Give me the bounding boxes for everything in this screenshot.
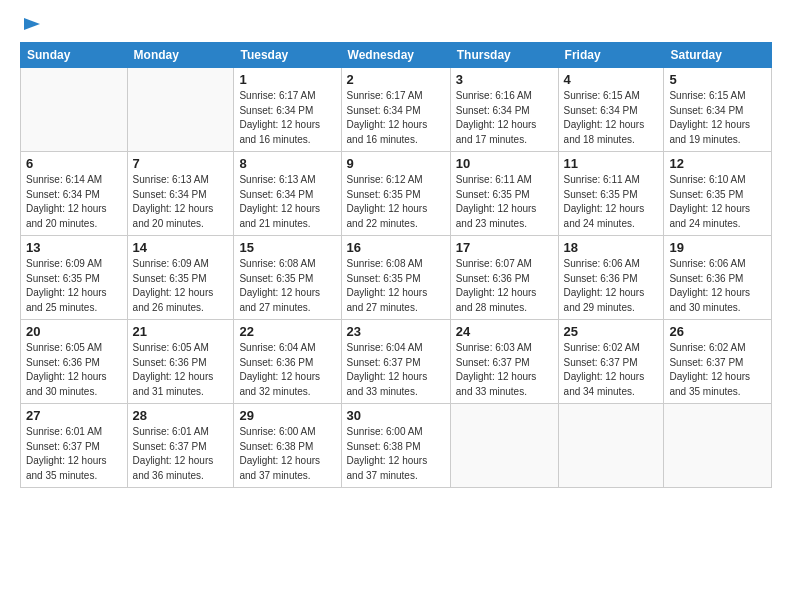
day-number: 19 xyxy=(669,240,766,255)
day-detail: Sunrise: 6:10 AMSunset: 6:35 PMDaylight:… xyxy=(669,173,766,231)
logo-flag-icon xyxy=(22,16,42,36)
calendar-cell: 26Sunrise: 6:02 AMSunset: 6:37 PMDayligh… xyxy=(664,320,772,404)
calendar-cell: 7Sunrise: 6:13 AMSunset: 6:34 PMDaylight… xyxy=(127,152,234,236)
day-detail: Sunrise: 6:01 AMSunset: 6:37 PMDaylight:… xyxy=(133,425,229,483)
day-detail: Sunrise: 6:02 AMSunset: 6:37 PMDaylight:… xyxy=(669,341,766,399)
calendar-cell: 9Sunrise: 6:12 AMSunset: 6:35 PMDaylight… xyxy=(341,152,450,236)
day-number: 4 xyxy=(564,72,659,87)
calendar-table: SundayMondayTuesdayWednesdayThursdayFrid… xyxy=(20,42,772,488)
calendar-cell: 22Sunrise: 6:04 AMSunset: 6:36 PMDayligh… xyxy=(234,320,341,404)
weekday-header-thursday: Thursday xyxy=(450,43,558,68)
day-number: 8 xyxy=(239,156,335,171)
calendar-cell: 14Sunrise: 6:09 AMSunset: 6:35 PMDayligh… xyxy=(127,236,234,320)
day-number: 29 xyxy=(239,408,335,423)
day-detail: Sunrise: 6:04 AMSunset: 6:36 PMDaylight:… xyxy=(239,341,335,399)
calendar-week-row: 6Sunrise: 6:14 AMSunset: 6:34 PMDaylight… xyxy=(21,152,772,236)
day-number: 25 xyxy=(564,324,659,339)
day-detail: Sunrise: 6:06 AMSunset: 6:36 PMDaylight:… xyxy=(564,257,659,315)
weekday-header-monday: Monday xyxy=(127,43,234,68)
calendar-cell: 15Sunrise: 6:08 AMSunset: 6:35 PMDayligh… xyxy=(234,236,341,320)
calendar-cell: 6Sunrise: 6:14 AMSunset: 6:34 PMDaylight… xyxy=(21,152,128,236)
day-number: 7 xyxy=(133,156,229,171)
day-detail: Sunrise: 6:09 AMSunset: 6:35 PMDaylight:… xyxy=(26,257,122,315)
day-number: 12 xyxy=(669,156,766,171)
day-detail: Sunrise: 6:00 AMSunset: 6:38 PMDaylight:… xyxy=(239,425,335,483)
day-detail: Sunrise: 6:09 AMSunset: 6:35 PMDaylight:… xyxy=(133,257,229,315)
calendar-cell: 30Sunrise: 6:00 AMSunset: 6:38 PMDayligh… xyxy=(341,404,450,488)
calendar-cell: 2Sunrise: 6:17 AMSunset: 6:34 PMDaylight… xyxy=(341,68,450,152)
calendar-cell: 20Sunrise: 6:05 AMSunset: 6:36 PMDayligh… xyxy=(21,320,128,404)
calendar-cell: 11Sunrise: 6:11 AMSunset: 6:35 PMDayligh… xyxy=(558,152,664,236)
calendar-cell: 24Sunrise: 6:03 AMSunset: 6:37 PMDayligh… xyxy=(450,320,558,404)
day-detail: Sunrise: 6:13 AMSunset: 6:34 PMDaylight:… xyxy=(133,173,229,231)
day-detail: Sunrise: 6:12 AMSunset: 6:35 PMDaylight:… xyxy=(347,173,445,231)
day-detail: Sunrise: 6:15 AMSunset: 6:34 PMDaylight:… xyxy=(564,89,659,147)
day-number: 2 xyxy=(347,72,445,87)
day-number: 3 xyxy=(456,72,553,87)
day-number: 6 xyxy=(26,156,122,171)
calendar-week-row: 20Sunrise: 6:05 AMSunset: 6:36 PMDayligh… xyxy=(21,320,772,404)
weekday-header-sunday: Sunday xyxy=(21,43,128,68)
day-detail: Sunrise: 6:08 AMSunset: 6:35 PMDaylight:… xyxy=(239,257,335,315)
calendar-cell xyxy=(664,404,772,488)
day-detail: Sunrise: 6:03 AMSunset: 6:37 PMDaylight:… xyxy=(456,341,553,399)
day-number: 14 xyxy=(133,240,229,255)
calendar-cell: 28Sunrise: 6:01 AMSunset: 6:37 PMDayligh… xyxy=(127,404,234,488)
day-detail: Sunrise: 6:11 AMSunset: 6:35 PMDaylight:… xyxy=(456,173,553,231)
day-detail: Sunrise: 6:08 AMSunset: 6:35 PMDaylight:… xyxy=(347,257,445,315)
calendar-cell: 17Sunrise: 6:07 AMSunset: 6:36 PMDayligh… xyxy=(450,236,558,320)
day-detail: Sunrise: 6:00 AMSunset: 6:38 PMDaylight:… xyxy=(347,425,445,483)
weekday-header-row: SundayMondayTuesdayWednesdayThursdayFrid… xyxy=(21,43,772,68)
day-number: 10 xyxy=(456,156,553,171)
weekday-header-tuesday: Tuesday xyxy=(234,43,341,68)
calendar-cell: 12Sunrise: 6:10 AMSunset: 6:35 PMDayligh… xyxy=(664,152,772,236)
day-number: 18 xyxy=(564,240,659,255)
calendar-cell: 8Sunrise: 6:13 AMSunset: 6:34 PMDaylight… xyxy=(234,152,341,236)
day-number: 1 xyxy=(239,72,335,87)
calendar-week-row: 13Sunrise: 6:09 AMSunset: 6:35 PMDayligh… xyxy=(21,236,772,320)
day-detail: Sunrise: 6:14 AMSunset: 6:34 PMDaylight:… xyxy=(26,173,122,231)
day-number: 5 xyxy=(669,72,766,87)
day-number: 28 xyxy=(133,408,229,423)
calendar-cell: 23Sunrise: 6:04 AMSunset: 6:37 PMDayligh… xyxy=(341,320,450,404)
calendar-cell: 19Sunrise: 6:06 AMSunset: 6:36 PMDayligh… xyxy=(664,236,772,320)
day-detail: Sunrise: 6:02 AMSunset: 6:37 PMDaylight:… xyxy=(564,341,659,399)
page: SundayMondayTuesdayWednesdayThursdayFrid… xyxy=(0,0,792,612)
calendar-week-row: 27Sunrise: 6:01 AMSunset: 6:37 PMDayligh… xyxy=(21,404,772,488)
day-number: 22 xyxy=(239,324,335,339)
day-number: 13 xyxy=(26,240,122,255)
day-detail: Sunrise: 6:11 AMSunset: 6:35 PMDaylight:… xyxy=(564,173,659,231)
day-number: 24 xyxy=(456,324,553,339)
day-detail: Sunrise: 6:16 AMSunset: 6:34 PMDaylight:… xyxy=(456,89,553,147)
day-detail: Sunrise: 6:13 AMSunset: 6:34 PMDaylight:… xyxy=(239,173,335,231)
day-number: 15 xyxy=(239,240,335,255)
day-number: 30 xyxy=(347,408,445,423)
weekday-header-saturday: Saturday xyxy=(664,43,772,68)
calendar-cell xyxy=(558,404,664,488)
day-detail: Sunrise: 6:17 AMSunset: 6:34 PMDaylight:… xyxy=(239,89,335,147)
weekday-header-friday: Friday xyxy=(558,43,664,68)
day-number: 21 xyxy=(133,324,229,339)
day-number: 20 xyxy=(26,324,122,339)
calendar-cell: 21Sunrise: 6:05 AMSunset: 6:36 PMDayligh… xyxy=(127,320,234,404)
day-number: 17 xyxy=(456,240,553,255)
calendar-cell: 10Sunrise: 6:11 AMSunset: 6:35 PMDayligh… xyxy=(450,152,558,236)
calendar-cell xyxy=(21,68,128,152)
calendar-cell: 4Sunrise: 6:15 AMSunset: 6:34 PMDaylight… xyxy=(558,68,664,152)
calendar-week-row: 1Sunrise: 6:17 AMSunset: 6:34 PMDaylight… xyxy=(21,68,772,152)
day-detail: Sunrise: 6:05 AMSunset: 6:36 PMDaylight:… xyxy=(133,341,229,399)
day-detail: Sunrise: 6:05 AMSunset: 6:36 PMDaylight:… xyxy=(26,341,122,399)
calendar-cell: 1Sunrise: 6:17 AMSunset: 6:34 PMDaylight… xyxy=(234,68,341,152)
day-number: 23 xyxy=(347,324,445,339)
calendar-cell xyxy=(127,68,234,152)
day-detail: Sunrise: 6:01 AMSunset: 6:37 PMDaylight:… xyxy=(26,425,122,483)
logo xyxy=(20,16,42,32)
calendar-cell: 5Sunrise: 6:15 AMSunset: 6:34 PMDaylight… xyxy=(664,68,772,152)
calendar-cell: 25Sunrise: 6:02 AMSunset: 6:37 PMDayligh… xyxy=(558,320,664,404)
day-detail: Sunrise: 6:15 AMSunset: 6:34 PMDaylight:… xyxy=(669,89,766,147)
day-detail: Sunrise: 6:17 AMSunset: 6:34 PMDaylight:… xyxy=(347,89,445,147)
day-number: 16 xyxy=(347,240,445,255)
calendar-cell: 18Sunrise: 6:06 AMSunset: 6:36 PMDayligh… xyxy=(558,236,664,320)
day-number: 9 xyxy=(347,156,445,171)
day-number: 11 xyxy=(564,156,659,171)
